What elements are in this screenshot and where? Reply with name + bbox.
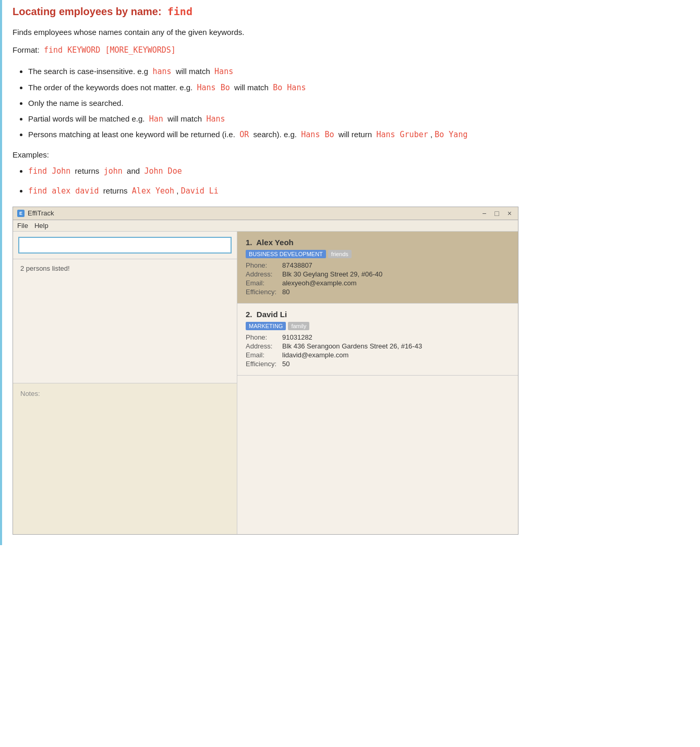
example-1: find John returns john and John Doe — [28, 164, 690, 178]
app-body: 2 persons listed! Notes: 1. Alex Yeoh BU… — [13, 232, 518, 534]
tag-family: family — [288, 322, 309, 330]
bullet-3: Only the name is searched. — [28, 97, 690, 110]
notes-section: Notes: — [13, 383, 237, 534]
person-2-efficiency: Efficiency: 50 — [246, 360, 510, 368]
notes-label: Notes: — [20, 390, 40, 397]
app-menubar: File Help — [13, 220, 518, 232]
bullet-list: The search is case-insensitive. e.g hans… — [28, 65, 690, 142]
examples-list: find John returns john and John Doe find… — [28, 164, 690, 198]
menu-file[interactable]: File — [17, 222, 28, 230]
person-2-email: Email: lidavid@example.com — [246, 351, 510, 359]
search-wrapper — [13, 232, 237, 259]
person-card-2[interactable]: 2. David Li MARKETING family Phone: 9103… — [237, 304, 518, 376]
app-right-panel: 1. Alex Yeoh BUSINESS DEVELOPMENT friend… — [237, 232, 518, 534]
bullet-1: The search is case-insensitive. e.g hans… — [28, 65, 690, 79]
app-icon: E — [17, 210, 25, 217]
person-1-tags: BUSINESS DEVELOPMENT friends — [246, 250, 510, 258]
app-titlebar: E EffiTrack − □ × — [13, 207, 518, 220]
persons-listed-text: 2 persons listed! — [13, 259, 237, 383]
search-input[interactable] — [18, 237, 232, 254]
titlebar-controls[interactable]: − □ × — [480, 209, 514, 218]
tag-marketing: MARKETING — [246, 322, 286, 330]
person-1-email: Email: alexyeoh@example.com — [246, 279, 510, 287]
person-1-name: 1. Alex Yeoh — [246, 238, 510, 247]
app-window: E EffiTrack − □ × File Help 2 persons li… — [13, 207, 518, 535]
maximize-button[interactable]: □ — [492, 209, 501, 218]
app-title: EffiTrack — [28, 209, 54, 217]
person-2-phone: Phone: 91031282 — [246, 333, 510, 341]
bullet-4: Partial words will be matched e.g. Han w… — [28, 112, 690, 126]
bullet-2: The order of the keywords does not matte… — [28, 81, 690, 95]
example-2: find alex david returns Alex Yeoh , Davi… — [28, 184, 690, 198]
bullet-5: Persons matching at least one keyword wi… — [28, 128, 690, 142]
menu-help[interactable]: Help — [34, 222, 49, 230]
tag-friends: friends — [328, 250, 352, 258]
person-1-address: Address: Blk 30 Geylang Street 29, #06-4… — [246, 270, 510, 278]
titlebar-left: E EffiTrack — [17, 209, 54, 217]
examples-label: Examples: — [13, 150, 690, 159]
page-title: Locating employees by name: find — [13, 5, 690, 18]
person-2-name: 2. David Li — [246, 310, 510, 319]
minimize-button[interactable]: − — [480, 209, 488, 218]
person-1-efficiency: Efficiency: 80 — [246, 288, 510, 296]
person-card-1[interactable]: 1. Alex Yeoh BUSINESS DEVELOPMENT friend… — [237, 232, 518, 304]
description: Finds employees whose names contain any … — [13, 26, 690, 39]
app-left-panel: 2 persons listed! Notes: — [13, 232, 237, 534]
close-button[interactable]: × — [505, 209, 514, 218]
tag-business-development: BUSINESS DEVELOPMENT — [246, 250, 326, 258]
person-1-phone: Phone: 87438807 — [246, 261, 510, 269]
format-line: Format: find KEYWORD [MORE_KEYWORDS] — [13, 44, 690, 56]
person-2-address: Address: Blk 436 Serangoon Gardens Stree… — [246, 342, 510, 350]
person-2-tags: MARKETING family — [246, 322, 510, 330]
